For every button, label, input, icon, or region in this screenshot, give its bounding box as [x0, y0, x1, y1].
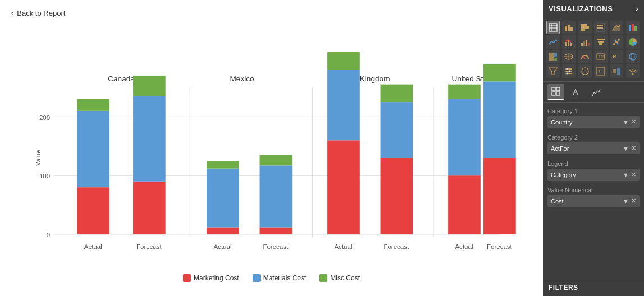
mexico-actual-label: Actual — [213, 243, 231, 250]
svg-rect-36 — [599, 43, 602, 45]
svg-point-53 — [631, 53, 634, 60]
viz-icon-combo[interactable] — [562, 35, 576, 49]
svg-rect-42 — [549, 53, 554, 61]
analytics-tool-btn[interactable] — [588, 84, 605, 100]
category-remove-icon[interactable]: ✕ — [631, 171, 636, 178]
viz-icon-funnel[interactable] — [594, 35, 608, 49]
viz-icon-pie[interactable] — [626, 35, 640, 49]
uk-actual-red — [327, 140, 360, 234]
format-tool-btn[interactable] — [568, 84, 584, 100]
uk-actual-label: Actual — [334, 243, 352, 250]
viz-icon-waterfall[interactable] — [578, 35, 592, 49]
svg-line-48 — [583, 56, 585, 59]
viz-icon-area[interactable] — [610, 21, 623, 34]
svg-rect-10 — [565, 26, 567, 31]
viz-panel-title: VISUALIZATIONS — [549, 4, 613, 13]
viz-icon-card[interactable]: 123 — [594, 50, 608, 63]
svg-point-65 — [632, 73, 633, 75]
actfor-remove-icon[interactable]: ✕ — [631, 145, 636, 152]
country-remove-icon[interactable]: ✕ — [631, 118, 636, 126]
cost-remove-icon[interactable]: ✕ — [631, 197, 636, 205]
mexico-forecast-label: Forecast — [263, 243, 289, 250]
svg-rect-56 — [565, 71, 572, 72]
viz-panel-chevron[interactable]: › — [636, 4, 638, 13]
us-actual-green — [448, 85, 481, 99]
country-field-name: Country — [551, 119, 623, 126]
svg-rect-69 — [556, 92, 560, 95]
legend-marketing: Marketing Cost — [183, 274, 239, 282]
us-forecast-green — [483, 64, 516, 81]
svg-rect-12 — [570, 27, 573, 31]
uk-actual-blue — [327, 70, 360, 140]
svg-point-59 — [569, 71, 571, 72]
viz-icon-line2[interactable] — [546, 35, 560, 49]
legend-label: Legend — [547, 158, 640, 169]
mexico-forecast-green — [260, 155, 293, 165]
uk-forecast-red — [381, 158, 413, 234]
us-actual-blue — [448, 99, 481, 175]
viz-icon-ribbon[interactable] — [626, 21, 640, 34]
viz-icon-table[interactable] — [546, 21, 560, 34]
mexico-actual-green — [207, 161, 239, 169]
svg-rect-26 — [634, 26, 637, 31]
svg-rect-63 — [613, 69, 616, 73]
viz-icon-gauge[interactable] — [578, 50, 592, 63]
viz-icon-wifi[interactable] — [626, 64, 640, 78]
svg-rect-29 — [570, 43, 572, 46]
back-to-report-button[interactable]: ‹ Back to Report — [6, 6, 537, 21]
viz-icon-filter[interactable] — [546, 64, 560, 78]
visualizations-panel: VISUALIZATIONS › — [543, 0, 644, 296]
viz-icon-scatter[interactable] — [610, 35, 623, 49]
viz-icons-grid: 123 R T — [543, 17, 644, 81]
country-dropdown-icon[interactable]: ▼ — [623, 119, 629, 126]
svg-rect-24 — [629, 25, 631, 31]
y-tick-100: 100 — [39, 173, 50, 179]
canada-forecast-green — [133, 76, 166, 96]
viz-tools-bar — [543, 81, 644, 103]
viz-icon-map[interactable] — [562, 50, 576, 63]
viz-icon-line[interactable] — [594, 21, 608, 34]
mexico-actual-blue — [207, 169, 239, 228]
materials-color — [253, 274, 261, 282]
category-field-name: Category — [551, 172, 623, 178]
actfor-dropdown-icon[interactable]: ▼ — [623, 145, 629, 152]
viz-icon-slicer[interactable] — [562, 64, 576, 78]
svg-rect-64 — [617, 68, 620, 75]
canada-forecast-red — [133, 182, 166, 234]
category-field-row: Category ▼ ✕ — [547, 169, 640, 181]
chart-area: ‹ Back to Report Value 0 100 200 Canada — [0, 0, 543, 296]
svg-point-38 — [615, 41, 618, 43]
viz-icon-treemap[interactable] — [546, 50, 560, 63]
fields-tool-btn[interactable] — [547, 84, 564, 100]
filters-header: FILTERS — [543, 279, 644, 296]
viz-icon-shape[interactable] — [578, 64, 592, 78]
svg-rect-18 — [599, 25, 601, 26]
svg-rect-13 — [581, 24, 587, 26]
canada-actual-label: Actual — [84, 243, 102, 250]
mexico-forecast-red — [260, 227, 293, 234]
svg-point-37 — [613, 43, 615, 45]
svg-rect-31 — [583, 41, 585, 46]
svg-point-52 — [629, 53, 636, 60]
svg-rect-25 — [632, 24, 634, 31]
svg-rect-32 — [586, 40, 587, 46]
svg-rect-20 — [597, 27, 599, 29]
viz-icon-custom1[interactable] — [610, 64, 623, 78]
cost-dropdown-icon[interactable]: ▼ — [623, 198, 629, 205]
y-axis-label: Value — [35, 150, 42, 166]
viz-icon-kpi[interactable]: R — [610, 50, 623, 63]
viz-icon-bar[interactable] — [562, 21, 576, 34]
svg-rect-6 — [549, 24, 557, 31]
viz-icon-textbox[interactable]: T — [594, 64, 608, 78]
svg-rect-43 — [554, 53, 557, 57]
canada-title: Canada — [108, 75, 135, 83]
category-dropdown-icon[interactable]: ▼ — [623, 172, 629, 178]
viz-icon-globe[interactable] — [626, 50, 640, 63]
canada-actual-green — [77, 99, 109, 111]
uk-actual-green — [327, 52, 360, 70]
back-label: Back to Report — [17, 9, 65, 17]
cost-field-row: Cost ▼ ✕ — [547, 195, 640, 207]
category-field-icons: ▼ ✕ — [623, 171, 636, 178]
viz-icon-column[interactable] — [578, 21, 592, 34]
y-tick-200: 200 — [39, 114, 50, 121]
